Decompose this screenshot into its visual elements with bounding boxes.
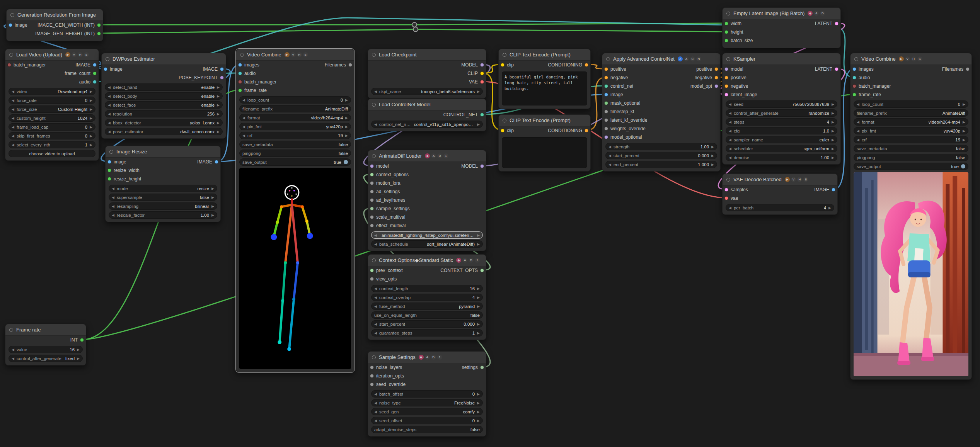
input-slot-dot[interactable] <box>604 127 608 131</box>
collapse-toggle-icon[interactable] <box>9 328 13 332</box>
input-slot[interactable]: batch_manager <box>852 83 891 89</box>
output-slot[interactable]: positive <box>696 66 718 72</box>
widget-value[interactable]: ◀value16▶ <box>9 346 83 353</box>
decrement-arrow-icon[interactable]: ◀ <box>374 331 377 335</box>
widget-guarantee_steps[interactable]: ◀guarantee_steps1▶ <box>371 329 483 337</box>
increment-arrow-icon[interactable]: ▶ <box>477 233 480 237</box>
input-slot[interactable]: positive <box>604 66 626 72</box>
decrement-arrow-icon[interactable]: ◀ <box>112 213 114 217</box>
decrement-arrow-icon[interactable]: ◀ <box>112 195 114 199</box>
input-slot[interactable]: negative <box>724 83 748 89</box>
output-slot[interactable]: IMAGE <box>197 159 218 165</box>
decrement-arrow-icon[interactable]: ◀ <box>12 134 14 138</box>
output-slot-dot[interactable] <box>480 365 484 369</box>
increment-arrow-icon[interactable]: ▶ <box>963 138 965 142</box>
input-slot[interactable]: weights_override <box>604 126 646 131</box>
increment-arrow-icon[interactable]: ▶ <box>477 419 480 423</box>
input-slot[interactable]: negative <box>604 75 628 80</box>
output-slot[interactable]: negative <box>695 75 718 80</box>
collapse-toggle-icon[interactable] <box>372 53 376 57</box>
prompt-textarea[interactable]: A beautiful girl dancing, pink long hair… <box>502 71 587 105</box>
reroute-dot[interactable] <box>412 22 417 27</box>
input-slot[interactable]: mask_optional <box>604 100 640 106</box>
widget-end_percent[interactable]: ◀end_percent1.000▶ <box>605 161 717 168</box>
collapse-toggle-icon[interactable] <box>240 53 244 57</box>
widget-start_percent[interactable]: ◀start_percent0.000▶ <box>371 320 483 328</box>
node-load-controlnet[interactable]: Load ControlNet ModelCONTROL_NET◀control… <box>368 99 486 131</box>
input-slot[interactable]: width <box>724 21 741 26</box>
widget-scheduler[interactable]: ◀schedulersgm_uniform▶ <box>726 145 837 152</box>
collapse-toggle-icon[interactable] <box>606 57 610 61</box>
node-clip-pos[interactable]: CLIP Text Encode (Prompt)clipCONDITIONIN… <box>498 49 591 109</box>
increment-arrow-icon[interactable]: ▶ <box>832 102 834 106</box>
node-load-video[interactable]: Load Video (Upload)▶VHSbatch_managerIMAG… <box>5 49 99 161</box>
node-header[interactable]: Load Video (Upload)▶VHS <box>5 49 99 61</box>
decrement-arrow-icon[interactable]: ◀ <box>12 143 14 147</box>
input-slot-dot[interactable] <box>370 164 374 168</box>
increment-arrow-icon[interactable]: ▶ <box>477 287 480 291</box>
widget-select_every_nth[interactable]: ◀select_every_nth1▶ <box>9 141 95 148</box>
increment-arrow-icon[interactable]: ▶ <box>90 107 92 111</box>
output-slot[interactable]: model_opt <box>690 83 718 89</box>
node-vae-decode[interactable]: VAE Decode Batched▶VHSsamplesIMAGEvae◀pe… <box>722 173 838 215</box>
upload-button[interactable]: choose video to upload <box>9 150 95 157</box>
increment-arrow-icon[interactable]: ▶ <box>477 90 480 93</box>
input-slot-dot[interactable] <box>852 84 856 88</box>
collapse-toggle-icon[interactable] <box>503 53 506 57</box>
input-slot-dot[interactable] <box>724 39 728 42</box>
decrement-arrow-icon[interactable]: ◀ <box>108 121 111 125</box>
decrement-arrow-icon[interactable]: ◀ <box>374 401 377 405</box>
decrement-arrow-icon[interactable]: ◀ <box>729 156 731 160</box>
node-empty-latent[interactable]: Empty Latent Image (Big Batch)◆ADwidthLA… <box>722 7 841 48</box>
collapse-toggle-icon[interactable] <box>106 57 109 61</box>
increment-arrow-icon[interactable]: ▶ <box>90 125 92 129</box>
input-slot-dot[interactable] <box>724 22 728 25</box>
input-slot[interactable]: latent_kf_override <box>604 117 647 123</box>
widget-resolution[interactable]: ◀resolution256▶ <box>105 110 223 117</box>
collapse-toggle-icon[interactable] <box>10 13 14 17</box>
increment-arrow-icon[interactable]: ▶ <box>217 103 220 107</box>
output-slot[interactable]: IMAGE_GEN_HEIGHT (INT) <box>35 31 101 36</box>
node-header[interactable]: CLIP Text Encode (Prompt) <box>499 115 590 126</box>
node-context-options[interactable]: Context Options◆Standard Static◆AD1prev_… <box>368 254 486 340</box>
widget-crf[interactable]: ◀crf19▶ <box>854 136 968 143</box>
decrement-arrow-icon[interactable]: ◀ <box>374 304 377 308</box>
widget-fuse_method[interactable]: ◀fuse_methodpyramid▶ <box>371 303 483 310</box>
widget-resampling[interactable]: ◀resamplingbilinear▶ <box>109 202 217 210</box>
input-slot[interactable]: effect_multival <box>370 223 406 228</box>
node-apply-cn[interactable]: Apply Advanced ControlNetAACNpositivepos… <box>602 53 721 172</box>
output-slot-dot[interactable] <box>585 63 588 67</box>
widget-filename_prefix[interactable]: filename_prefixAnimateDiff <box>854 109 968 117</box>
input-slot[interactable]: context_options <box>370 172 409 177</box>
widget-ckpt_name[interactable]: ◀ckpt_nametoonyou_beta6.safetensors▶ <box>371 88 483 95</box>
collapse-toggle-icon[interactable] <box>726 57 730 61</box>
input-slot-dot[interactable] <box>107 168 111 172</box>
node-animatediff[interactable]: AnimateDiff Loader◆AD1modelMODELcontext_… <box>368 150 486 251</box>
increment-arrow-icon[interactable]: ▶ <box>477 242 480 246</box>
output-slot[interactable]: Filenames <box>325 62 352 68</box>
prompt-textarea[interactable] <box>502 137 587 168</box>
output-slot[interactable]: audio <box>79 79 97 85</box>
collapse-toggle-icon[interactable] <box>372 355 376 359</box>
widget-format[interactable]: ◀formatvideo/h264-mp4▶ <box>854 118 968 126</box>
output-slot[interactable]: POSE_KEYPOINT <box>179 75 224 80</box>
output-slot[interactable]: INT <box>70 337 84 343</box>
output-slot[interactable]: MODEL <box>461 163 484 169</box>
decrement-arrow-icon[interactable]: ◀ <box>112 187 114 190</box>
decrement-arrow-icon[interactable]: ◀ <box>112 204 114 208</box>
increment-arrow-icon[interactable]: ▶ <box>90 99 92 102</box>
input-slot[interactable]: model <box>370 163 389 169</box>
widget-seed_offset[interactable]: ◀seed_offset0▶ <box>371 417 483 424</box>
node-header[interactable]: Image Resize <box>106 146 220 158</box>
widget-crf[interactable]: ◀crf19▶ <box>239 132 351 139</box>
input-slot-dot[interactable] <box>604 118 608 122</box>
widget-use_on_equal_length[interactable]: use_on_equal_lengthfalse <box>371 311 483 319</box>
increment-arrow-icon[interactable]: ▶ <box>832 138 834 142</box>
output-slot-dot[interactable] <box>480 71 484 75</box>
output-slot-dot[interactable] <box>480 63 484 67</box>
input-slot-dot[interactable] <box>604 93 608 97</box>
input-slot[interactable]: timestep_kf <box>604 109 634 114</box>
input-slot[interactable]: batch_manager <box>238 79 276 85</box>
node-header[interactable]: VAE Decode Batched▶VHS <box>723 174 837 185</box>
widget-mode[interactable]: ◀moderesize▶ <box>109 185 217 192</box>
